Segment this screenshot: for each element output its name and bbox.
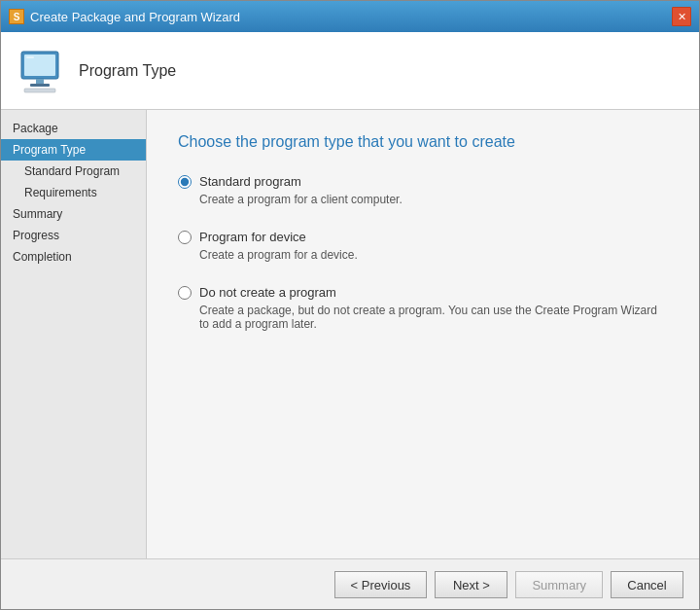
sidebar-item-summary[interactable]: Summary: [1, 203, 146, 225]
close-button[interactable]: ✕: [672, 7, 691, 26]
radio-program-for-device[interactable]: [178, 231, 192, 244]
computer-icon: [17, 48, 63, 94]
title-bar: S Create Package and Program Wizard ✕: [1, 1, 699, 32]
header-title: Program Type: [79, 62, 176, 80]
radio-do-not-create[interactable]: [178, 286, 192, 300]
sidebar-item-requirements[interactable]: Requirements: [1, 182, 146, 203]
app-icon: S: [9, 9, 24, 24]
previous-button[interactable]: < Previous: [334, 571, 428, 598]
desc-program-for-device: Create a program for a device.: [199, 248, 668, 262]
svg-rect-5: [26, 56, 34, 58]
label-program-for-device[interactable]: Program for device: [199, 230, 306, 244]
radio-label-row-device: Program for device: [178, 230, 668, 244]
radio-group: Standard program Create a program for a …: [178, 174, 668, 331]
title-bar-left: S Create Package and Program Wizard: [9, 9, 240, 24]
next-button[interactable]: Next >: [435, 571, 508, 598]
label-do-not-create[interactable]: Do not create a program: [199, 285, 336, 300]
window-title: Create Package and Program Wizard: [30, 10, 240, 24]
content-area: Choose the program type that you want to…: [147, 110, 699, 558]
main-content: Package Program Type Standard Program Re…: [1, 110, 699, 558]
radio-standard-program[interactable]: [178, 175, 192, 189]
title-bar-controls: ✕: [672, 7, 691, 26]
radio-label-row-no-program: Do not create a program: [178, 285, 668, 300]
content-heading: Choose the program type that you want to…: [178, 133, 668, 151]
header-section: Program Type: [1, 32, 699, 110]
sidebar-item-package[interactable]: Package: [1, 118, 146, 139]
footer: < Previous Next > Summary Cancel: [1, 558, 699, 609]
sidebar-item-progress[interactable]: Progress: [1, 225, 146, 246]
sidebar-item-program-type[interactable]: Program Type: [1, 139, 146, 161]
svg-rect-2: [36, 79, 44, 84]
summary-button[interactable]: Summary: [515, 571, 603, 598]
svg-rect-3: [30, 84, 50, 87]
sidebar: Package Program Type Standard Program Re…: [1, 110, 147, 558]
cancel-button[interactable]: Cancel: [611, 571, 683, 598]
svg-rect-4: [24, 89, 55, 92]
sidebar-item-standard-program[interactable]: Standard Program: [1, 161, 146, 182]
radio-label-row-standard: Standard program: [178, 174, 668, 189]
label-standard-program[interactable]: Standard program: [199, 174, 301, 189]
radio-option-standard: Standard program Create a program for a …: [178, 174, 668, 206]
radio-option-no-program: Do not create a program Create a package…: [178, 285, 668, 331]
sidebar-item-completion[interactable]: Completion: [1, 246, 146, 268]
main-window: S Create Package and Program Wizard ✕ Pr…: [0, 0, 700, 610]
desc-standard-program: Create a program for a client computer.: [199, 193, 668, 206]
radio-option-device: Program for device Create a program for …: [178, 230, 668, 262]
desc-do-not-create: Create a package, but do not create a pr…: [199, 304, 668, 331]
